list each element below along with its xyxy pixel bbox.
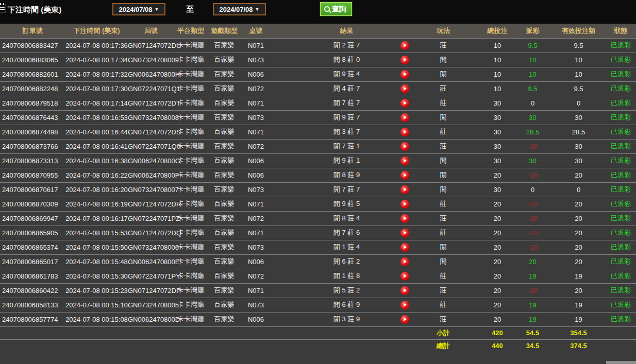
table-body: 240708006883427 2024-07-08 00:17:36 GN07…: [0, 38, 636, 326]
total-bet-cell: 20: [466, 168, 514, 182]
col-header-replay: [389, 24, 420, 38]
total-bet-cell: 30: [466, 182, 514, 197]
result-cell: 閒 6 莊 2: [271, 254, 389, 269]
subtotal-label: 小計: [420, 326, 466, 339]
table-no-cell: N006: [241, 312, 271, 326]
total-bet-cell: 20: [466, 298, 514, 312]
replay-cell: [389, 254, 420, 269]
table-no-cell: N006: [241, 67, 271, 81]
table-no-cell: N071: [241, 283, 271, 298]
valid-bet-cell: 0: [551, 96, 606, 110]
game-type-cell: 百家樂: [207, 226, 241, 240]
table-no-cell: N071: [241, 125, 271, 139]
subtotal-spacer: [0, 326, 420, 339]
replay-cell: [389, 153, 420, 168]
table-row: 240708006860422 2024-07-08 00:15:23 GN07…: [0, 283, 636, 298]
query-button[interactable]: 查詢: [320, 2, 352, 16]
total-bet-cell: 10: [466, 38, 514, 53]
table-row: 240708006865017 2024-07-08 00:15:48 GN00…: [0, 254, 636, 269]
bet-time-cell: 2024-07-08 00:16:41: [65, 139, 128, 153]
date-from-picker[interactable]: 2024/07/08 ▼: [112, 3, 165, 15]
table-row: 240708006865905 2024-07-08 00:15:53 GN07…: [0, 226, 636, 240]
order-no-cell: 240708006874498: [0, 125, 65, 139]
date-range-to-label: 至: [186, 5, 194, 14]
replay-video-icon[interactable]: [400, 41, 409, 50]
result-cell: 閒 3 莊 9: [271, 312, 389, 326]
replay-video-icon[interactable]: [400, 243, 409, 252]
platform-cell: 卡卡灣廳: [174, 283, 207, 298]
status-badge: 已派彩: [606, 283, 636, 298]
total-valid-bet: 374.5: [551, 339, 606, 352]
replay-video-icon[interactable]: [400, 185, 409, 194]
table-no-cell: N073: [241, 53, 271, 67]
replay-video-icon[interactable]: [400, 257, 409, 266]
replay-video-icon[interactable]: [400, 171, 409, 180]
valid-bet-cell: 20: [551, 226, 606, 240]
round-no-cell: GN07324708005: [128, 298, 174, 312]
replay-video-icon[interactable]: [400, 56, 409, 64]
replay-video-icon[interactable]: [400, 142, 409, 151]
order-no-cell: 240708006879518: [0, 96, 65, 110]
replay-video-icon[interactable]: [400, 84, 409, 93]
status-badge: 已派彩: [606, 110, 636, 125]
play-type-cell: 莊: [420, 211, 466, 226]
replay-video-icon[interactable]: [400, 70, 409, 79]
valid-bet-cell: 19: [551, 312, 606, 326]
replay-video-icon[interactable]: [400, 229, 409, 237]
replay-video-icon[interactable]: [400, 99, 409, 108]
platform-cell: 卡卡灣廳: [174, 38, 207, 53]
order-no-cell: 240708006865905: [0, 226, 65, 240]
replay-video-icon[interactable]: [400, 286, 409, 295]
round-no-cell: GN0062470800H: [128, 67, 174, 81]
table-no-cell: N073: [241, 110, 271, 125]
replay-cell: [389, 67, 420, 81]
result-cell: 閒 4 莊 7: [271, 81, 389, 96]
horizontal-scrollbar-thumb[interactable]: [606, 361, 636, 364]
play-type-cell: 閒: [420, 153, 466, 168]
result-cell: 閒 7 莊 7: [271, 96, 389, 110]
query-button-label: 查詢: [332, 5, 346, 14]
replay-video-icon[interactable]: [400, 157, 409, 165]
status-badge: 已派彩: [606, 67, 636, 81]
table-no-cell: N072: [241, 269, 271, 283]
game-type-cell: 百家樂: [207, 67, 241, 81]
bet-time-cell: 2024-07-08 00:17:30: [65, 81, 128, 96]
table-row: 240708006879518 2024-07-08 00:17:14 GN07…: [0, 96, 636, 110]
total-bet-cell: 20: [466, 226, 514, 240]
table-row: 240708006870309 2024-07-08 00:16:19 GN07…: [0, 197, 636, 211]
round-no-cell: GN0062470800E: [128, 254, 174, 269]
chevron-down-icon: ▼: [255, 7, 260, 12]
order-no-cell: 240708006869947: [0, 211, 65, 226]
replay-cell: [389, 298, 420, 312]
platform-cell: 卡卡灣廳: [174, 125, 207, 139]
replay-cell: [389, 110, 420, 125]
replay-video-icon[interactable]: [400, 128, 409, 136]
replay-video-icon[interactable]: [400, 214, 409, 223]
table-row: 240708006865374 2024-07-08 00:15:50 GN07…: [0, 240, 636, 254]
order-no-cell: 240708006870617: [0, 182, 65, 197]
status-badge: 已派彩: [606, 168, 636, 182]
replay-video-icon[interactable]: [400, 301, 409, 309]
query-toolbar: 下注時間 (美東) 2024/07/08 ▼ 至 2024/07/08 ▼ 查詢: [0, 0, 636, 24]
game-type-cell: 百家樂: [207, 254, 241, 269]
replay-cell: [389, 240, 420, 254]
status-badge: 已派彩: [606, 269, 636, 283]
payout-cell: 19: [514, 269, 551, 283]
table-no-cell: N071: [241, 197, 271, 211]
payout-cell: 10: [514, 67, 551, 81]
replay-cell: [389, 312, 420, 326]
date-to-picker[interactable]: 2024/07/08 ▼: [213, 3, 266, 15]
payout-cell: 0: [514, 96, 551, 110]
subtotal-status-spacer: [606, 326, 636, 339]
replay-video-icon[interactable]: [400, 272, 409, 281]
play-type-cell: 莊: [420, 38, 466, 53]
table-row: 240708006857774 2024-07-08 00:15:08 GN00…: [0, 312, 636, 326]
replay-video-icon[interactable]: [400, 113, 409, 122]
replay-video-icon[interactable]: [400, 315, 409, 324]
valid-bet-cell: 20: [551, 197, 606, 211]
status-badge: 已派彩: [606, 125, 636, 139]
table-no-cell: N071: [241, 226, 271, 240]
round-no-cell: GN072247071PY: [128, 269, 174, 283]
bet-time-cell: 2024-07-08 00:16:44: [65, 125, 128, 139]
replay-video-icon[interactable]: [400, 200, 409, 209]
